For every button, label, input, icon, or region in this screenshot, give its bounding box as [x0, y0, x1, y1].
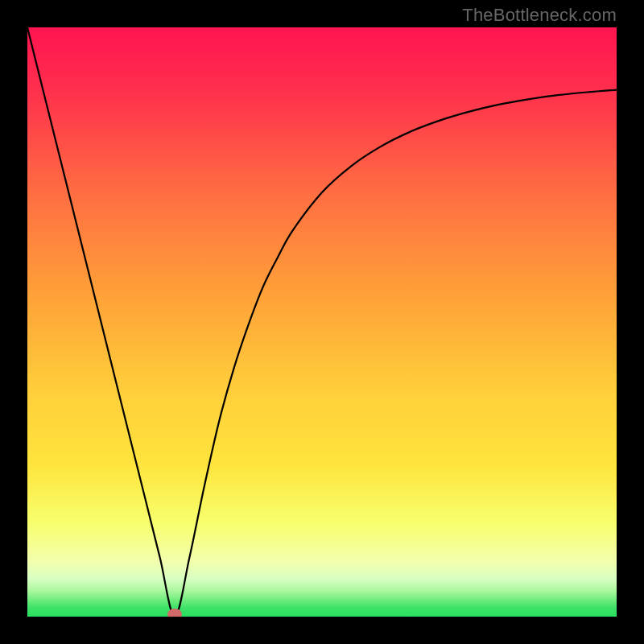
plot-area	[27, 27, 617, 617]
chart-frame: TheBottleneck.com	[0, 0, 644, 644]
bottleneck-curve	[27, 27, 617, 617]
watermark-text: TheBottleneck.com	[462, 5, 617, 26]
minimum-marker	[167, 609, 182, 617]
